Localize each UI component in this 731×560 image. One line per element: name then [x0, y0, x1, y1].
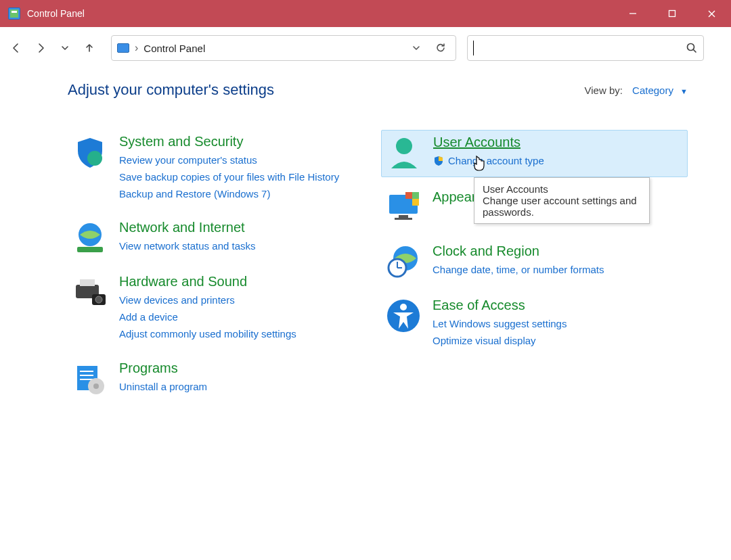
category-title[interactable]: Clock and Region: [433, 243, 684, 259]
category-clock[interactable]: Clock and Region Change date, time, or n…: [381, 239, 688, 285]
sublink[interactable]: Let Windows suggest settings: [433, 316, 684, 333]
search-caret: [473, 41, 474, 55]
category-title[interactable]: Network and Internet: [119, 220, 370, 235]
programs-icon: [72, 360, 108, 397]
svg-rect-0: [10, 9, 18, 18]
category-title[interactable]: Programs: [119, 360, 370, 376]
minimize-button[interactable]: [613, 0, 652, 27]
category-grid: System and Security Review your computer…: [68, 130, 688, 411]
svg-point-21: [396, 138, 412, 154]
svg-rect-26: [412, 192, 419, 199]
sublink[interactable]: Add a device: [119, 309, 370, 326]
history-dropdown[interactable]: [54, 37, 76, 59]
globe-icon: [72, 220, 108, 256]
sublink[interactable]: Save backup copies of your files with Fi…: [119, 169, 370, 186]
monitor-icon: [385, 189, 422, 226]
svg-point-8: [87, 151, 102, 166]
close-button[interactable]: [692, 0, 731, 27]
control-panel-icon: [117, 43, 129, 53]
refresh-button[interactable]: [431, 39, 450, 57]
svg-point-34: [400, 304, 407, 310]
app-icon: [8, 7, 20, 20]
chevron-down-icon: ▼: [680, 87, 688, 95]
tooltip: User Accounts Change user account settin…: [474, 177, 650, 224]
svg-point-20: [93, 383, 99, 389]
sublink[interactable]: Review your computer's status: [119, 152, 370, 169]
sublink-label: Change account type: [448, 153, 544, 170]
category-title[interactable]: Hardware and Sound: [119, 274, 370, 289]
title-bar: Control Panel: [0, 0, 731, 27]
breadcrumb[interactable]: Control Panel: [143, 43, 205, 54]
svg-line-7: [694, 50, 696, 53]
svg-rect-3: [669, 11, 675, 17]
address-bar[interactable]: › Control Panel: [111, 35, 456, 61]
page-title: Adjust your computer's settings: [68, 81, 274, 99]
sublink[interactable]: View devices and printers: [119, 292, 370, 309]
search-icon[interactable]: [686, 42, 698, 54]
maximize-button[interactable]: [652, 0, 692, 27]
svg-point-14: [95, 296, 102, 303]
sublink[interactable]: Backup and Restore (Windows 7): [119, 186, 370, 203]
category-title[interactable]: User Accounts: [433, 135, 683, 150]
content-area: Adjust your computer's settings View by:…: [0, 69, 731, 411]
sublink-change-account-type[interactable]: Change account type: [433, 153, 683, 170]
search-input[interactable]: [473, 43, 686, 54]
window-title: Control Panel: [27, 8, 85, 19]
tooltip-title: User Accounts: [483, 183, 641, 195]
sublink[interactable]: View network status and tasks: [119, 238, 370, 255]
svg-rect-24: [395, 218, 412, 220]
svg-rect-23: [399, 215, 408, 218]
category-system-security[interactable]: System and Security Review your computer…: [68, 130, 374, 208]
window-controls: [613, 0, 731, 27]
category-title[interactable]: System and Security: [119, 134, 370, 149]
printer-icon: [72, 274, 108, 310]
clock-globe-icon: [385, 243, 422, 280]
breadcrumb-sep: ›: [135, 42, 138, 54]
svg-rect-28: [412, 199, 419, 206]
accessibility-icon: [385, 298, 422, 334]
toolbar: › Control Panel: [0, 27, 731, 69]
up-button[interactable]: [79, 37, 100, 59]
svg-rect-27: [405, 199, 412, 206]
svg-rect-1: [12, 11, 17, 13]
view-by-value: Category: [632, 85, 673, 96]
sublink[interactable]: Optimize visual display: [433, 333, 684, 350]
user-icon: [386, 135, 422, 171]
category-network[interactable]: Network and Internet View network status…: [68, 216, 374, 262]
content-header: Adjust your computer's settings View by:…: [68, 81, 688, 99]
sublink[interactable]: Uninstall a program: [119, 379, 370, 396]
address-dropdown[interactable]: [407, 39, 426, 57]
category-programs[interactable]: Programs Uninstall a program: [68, 356, 374, 402]
tooltip-body: Change user account settings and passwor…: [483, 195, 641, 218]
sublink[interactable]: Change date, time, or number formats: [433, 262, 684, 279]
back-button[interactable]: [5, 37, 27, 59]
category-title[interactable]: Ease of Access: [433, 298, 684, 313]
view-by-label: View by:: [584, 85, 622, 96]
category-ease-of-access[interactable]: Ease of Access Let Windows suggest setti…: [381, 294, 688, 355]
search-box[interactable]: [467, 35, 704, 61]
category-user-accounts[interactable]: User Accounts Change account type: [381, 130, 688, 177]
uac-shield-icon: [433, 156, 444, 166]
svg-rect-12: [80, 279, 95, 286]
forward-button[interactable]: [30, 37, 51, 59]
category-hardware[interactable]: Hardware and Sound View devices and prin…: [68, 270, 374, 348]
svg-rect-10: [77, 247, 103, 252]
sublink[interactable]: Adjust commonly used mobility settings: [119, 326, 370, 343]
shield-icon: [72, 134, 108, 170]
view-by-selector[interactable]: View by: Category ▼: [584, 85, 688, 96]
svg-rect-25: [405, 192, 412, 199]
